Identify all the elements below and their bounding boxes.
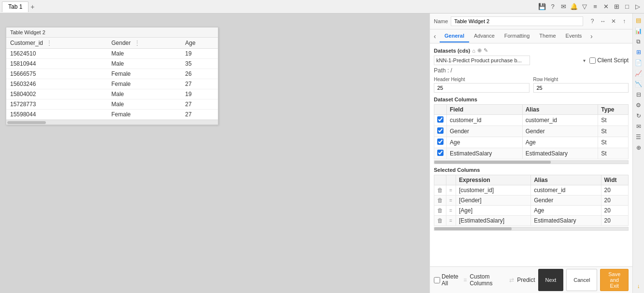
panel-up-icon[interactable]: ↑ (620, 17, 629, 26)
top-icons-bar: 💾 ? ✉ 🔔 ▽ ≡ ✕ ⊞ □ ▷ (538, 2, 642, 11)
col-header-age: Age (181, 38, 218, 49)
right-sidebar: ▤ 📊 ⧉ ⊞ 📄 📈 📉 ⊟ ⚙ ↻ ✉ ☰ ⊕ ↓ (632, 14, 644, 293)
sel-row-delete-icon[interactable]: 🗑 (437, 197, 443, 204)
height-fields: Header Height Row Height (434, 77, 629, 93)
panel-header-icons: ? ↔ ✕ ↑ (588, 17, 629, 26)
rs-icon-grid[interactable]: ⊟ (634, 90, 644, 99)
top-icon-grid[interactable]: ⊞ (612, 2, 621, 11)
rs-icon-table[interactable]: ⊞ (634, 47, 644, 57)
ds-alias-cell: Age (522, 137, 598, 148)
rs-icon-widgets[interactable]: ⊕ (634, 143, 644, 153)
top-icon-mail[interactable]: ✉ (559, 2, 568, 11)
delete-all-checkbox-label[interactable]: Delete All (434, 273, 460, 287)
dataset-columns-label: Dataset Columns (434, 97, 629, 102)
ds-row-checkbox[interactable] (437, 150, 444, 156)
panel-resize-icon[interactable]: ↔ (599, 17, 607, 26)
cancel-button[interactable]: Cancel (566, 269, 597, 291)
top-icon-close[interactable]: ✕ (601, 2, 610, 11)
table-widget: Table Widget 2 Customer_id ⋮ Gender ⋮ (6, 27, 218, 125)
sel-columns-scrollbar[interactable] (434, 227, 629, 231)
ds-row-checkbox[interactable] (437, 127, 444, 134)
tab-formatting[interactable]: Formatting (500, 30, 535, 42)
ds-table-row: Gender Gender St (434, 126, 629, 137)
save-exit-button[interactable]: Save and Exit (600, 269, 629, 291)
ds-row-checkbox[interactable] (437, 116, 444, 123)
rs-icon-download[interactable]: ↓ (634, 281, 644, 291)
header-height-input[interactable] (434, 83, 530, 93)
top-icon-filter[interactable]: ▽ (580, 2, 589, 11)
top-icon-play[interactable]: ▷ (633, 2, 642, 11)
sel-expr-cell: [Age] (456, 206, 531, 216)
widget-title: Table Widget 2 (6, 28, 218, 38)
selected-columns-table: Expression Alias Widt 🗑 = [customer_id] … (434, 175, 629, 226)
delete-all-checkbox[interactable] (434, 277, 440, 283)
ds-row-checkbox[interactable] (437, 139, 444, 145)
dataset-select[interactable]: kNN-1-Predict Product purchase b... (434, 56, 530, 65)
client-script-label[interactable]: Client Script (589, 57, 629, 64)
ds-columns-scrollbar[interactable] (434, 160, 629, 164)
tab-theme[interactable]: Theme (534, 30, 560, 42)
sel-expr-cell: [Gender] (456, 195, 531, 206)
widget-name-input[interactable] (451, 16, 583, 26)
horizontal-scrollbar[interactable] (6, 120, 218, 125)
sel-row-delete-icon[interactable]: 🗑 (437, 187, 443, 194)
table-row: 15810944Male35 (6, 59, 218, 69)
top-icon-save[interactable]: 💾 (538, 2, 546, 11)
rs-icon-chart[interactable]: 📊 (634, 26, 644, 36)
table-row: 15728773Male27 (6, 99, 218, 110)
tab-events[interactable]: Events (561, 30, 587, 42)
selected-columns-label: Selected Columns (434, 167, 629, 173)
tab-general[interactable]: General (440, 30, 469, 42)
data-table: Customer_id ⋮ Gender ⋮ Age (6, 38, 218, 120)
custom-columns-link[interactable]: Custom Columns (470, 273, 506, 287)
dataset-home-icon[interactable]: ⌂ (472, 48, 475, 54)
right-panel: Name ? ↔ ✕ ↑ ‹ General Advance Formattin… (429, 14, 632, 293)
col-menu-customer-id[interactable]: ⋮ (46, 40, 52, 46)
next-button[interactable]: Next (538, 269, 564, 291)
rs-icon-refresh[interactable]: ↻ (634, 111, 644, 121)
nav-next-button[interactable]: › (587, 29, 596, 43)
sel-row-delete-icon[interactable]: 🗑 (437, 207, 443, 214)
path-row: Path : / (434, 67, 629, 74)
tab-advance[interactable]: Advance (469, 30, 500, 42)
tab-1[interactable]: Tab 1 (2, 1, 29, 12)
main-area: Table Widget 2 Customer_id ⋮ Gender ⋮ (0, 14, 644, 293)
rs-icon-graph[interactable]: 📈 (634, 69, 644, 78)
top-icon-bell[interactable]: 🔔 (570, 2, 578, 11)
rs-icon-analytics[interactable]: 📉 (634, 79, 644, 89)
panel-close-icon[interactable]: ✕ (609, 17, 618, 26)
sel-table-row: 🗑 = [Gender] Gender 20 (434, 195, 629, 206)
panel-help-icon[interactable]: ? (588, 17, 597, 26)
sel-table-row: 🗑 = [EstimatedSalary] EstimatedSalary 20 (434, 216, 629, 226)
sel-row-eq-icon: = (449, 188, 452, 193)
add-tab-button[interactable]: + (29, 3, 36, 11)
header-height-group: Header Height (434, 77, 530, 93)
top-icon-menu[interactable]: ≡ (591, 2, 600, 11)
nav-tabs: ‹ General Advance Formatting Theme Event… (430, 29, 632, 43)
ds-table-row: EstimatedSalary EstimatedSalary St (434, 148, 629, 159)
sel-expr-cell: [EstimatedSalary] (456, 216, 531, 226)
row-height-input[interactable] (533, 83, 629, 93)
predict-link[interactable]: Predict (517, 277, 535, 283)
ds-col-field-header: Field (447, 105, 523, 115)
col-menu-gender[interactable]: ⋮ (134, 40, 140, 46)
sel-col-del-header (434, 175, 446, 185)
dataset-add-icon[interactable]: ⊕ (477, 47, 482, 54)
ds-type-cell: St (598, 115, 629, 126)
rs-icon-connection[interactable]: ⚙ (634, 100, 644, 110)
rs-icon-layers[interactable]: ⧉ (634, 37, 644, 46)
dataset-edit-icon[interactable]: ✎ (484, 47, 488, 54)
row-height-label: Row Height (533, 77, 629, 82)
bottom-toolbar: Delete All ≡ Custom Columns ⇄ Predict Ne… (430, 266, 632, 293)
ds-field-cell: EstimatedSalary (447, 148, 523, 159)
top-icon-help[interactable]: ? (548, 2, 557, 11)
table-row: 15603246Female27 (6, 79, 218, 89)
rs-icon-mail[interactable]: ✉ (634, 122, 644, 131)
sel-row-delete-icon[interactable]: 🗑 (437, 217, 443, 224)
rs-icon-dashboard[interactable]: ▤ (634, 15, 644, 25)
client-script-checkbox[interactable] (589, 57, 596, 64)
rs-icon-settings[interactable]: ☰ (634, 132, 644, 142)
rs-icon-doc[interactable]: 📄 (634, 58, 644, 68)
nav-prev-button[interactable]: ‹ (430, 29, 440, 43)
top-icon-window[interactable]: □ (623, 2, 631, 11)
